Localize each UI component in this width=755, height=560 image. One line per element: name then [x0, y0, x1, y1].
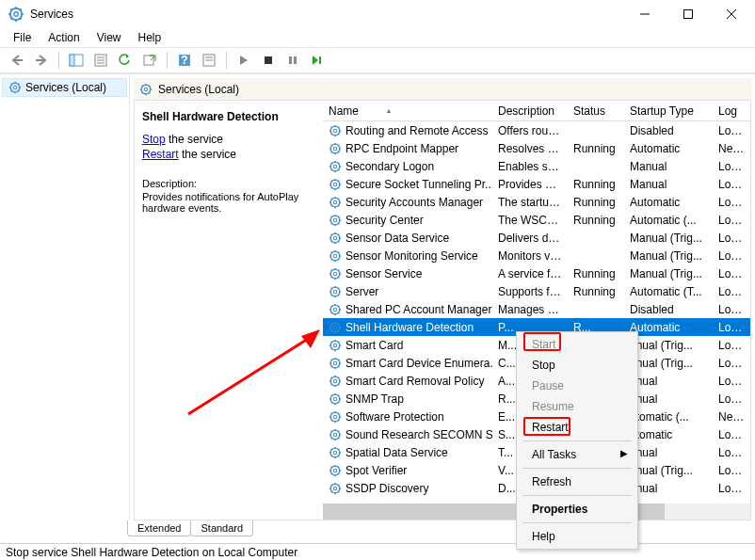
grid-header: Name▴ Description Status Startup Type Lo… — [323, 101, 750, 121]
stop-service-button[interactable] — [257, 50, 280, 71]
service-desc: The WSCSV... — [492, 214, 568, 227]
menu-item-all-tasks[interactable]: All Tasks▶ — [519, 444, 635, 465]
menu-separator — [522, 468, 632, 469]
gear-icon — [329, 464, 342, 477]
gear-icon — [329, 124, 342, 137]
menu-item-restart[interactable]: Restart — [519, 417, 635, 438]
service-startup: Manual — [624, 178, 713, 191]
service-desc: Enables star... — [492, 160, 568, 173]
service-desc: Offers routi... — [492, 124, 568, 137]
service-row[interactable]: Secondary LogonEnables star...ManualLoc.… — [323, 157, 750, 175]
close-button[interactable] — [710, 0, 753, 28]
gear-icon — [329, 232, 342, 245]
col-logon[interactable]: Log — [713, 101, 750, 120]
minimize-button[interactable] — [623, 0, 667, 28]
menu-item-properties[interactable]: Properties — [519, 499, 635, 520]
menu-item-refresh[interactable]: Refresh — [519, 472, 635, 492]
service-startup: Automatic (... — [624, 214, 713, 227]
restart-service-button[interactable] — [306, 50, 329, 71]
back-button[interactable] — [6, 50, 28, 71]
service-desc: Monitors va... — [492, 249, 568, 263]
tab-standard[interactable]: Standard — [190, 520, 253, 536]
service-status: Running — [568, 142, 624, 155]
col-description[interactable]: Description — [492, 101, 568, 120]
service-row[interactable]: Sensor Data ServiceDelivers dat...Manual… — [323, 229, 750, 247]
window-title: Services — [30, 8, 623, 21]
start-service-button[interactable] — [233, 50, 255, 71]
service-startup: Manual — [624, 160, 713, 173]
service-row[interactable]: Sensor Monitoring ServiceMonitors va...M… — [323, 247, 750, 264]
menu-help[interactable]: Help — [131, 29, 169, 46]
service-desc: Manages pr... — [492, 303, 568, 316]
service-name: Sensor Service — [345, 267, 422, 280]
menu-item-help[interactable]: Help — [519, 526, 635, 547]
service-status: Running — [568, 214, 624, 227]
gear-icon — [329, 196, 342, 209]
service-logon: Loc... — [713, 321, 750, 334]
service-logon: Loc... — [713, 267, 750, 280]
service-row[interactable]: Shared PC Account ManagerManages pr...Di… — [323, 300, 750, 318]
maximize-button[interactable] — [667, 0, 710, 28]
service-name: Smart Card — [345, 339, 403, 352]
menu-item-resume: Resume — [519, 396, 635, 417]
tree-label: Services (Local) — [25, 81, 106, 94]
gear-icon — [329, 160, 342, 173]
service-row[interactable]: Sensor ServiceA service fo...RunningManu… — [323, 264, 750, 282]
help-button[interactable]: ? — [173, 50, 196, 71]
service-row[interactable]: Secure Socket Tunneling Pr...Provides su… — [323, 175, 750, 193]
restart-link[interactable]: Restart — [142, 148, 179, 161]
service-desc: The startup ... — [492, 196, 568, 209]
menu-file[interactable]: File — [6, 29, 39, 46]
gear-icon — [329, 410, 342, 424]
service-row[interactable]: Security Accounts ManagerThe startup ...… — [323, 193, 750, 211]
col-startup[interactable]: Startup Type — [624, 101, 713, 120]
svg-rect-22 — [144, 56, 153, 65]
service-name: Security Accounts Manager — [345, 196, 483, 209]
main-area: Services (Local) Services (Local) Shell … — [0, 73, 755, 520]
service-row[interactable]: ServerSupports fil...RunningAutomatic (T… — [323, 282, 750, 300]
service-name: Spatial Data Service — [345, 446, 448, 459]
statusbar: Stop service Shell Hardware Detection on… — [0, 543, 755, 560]
service-startup: Disabled — [624, 303, 713, 316]
menu-action[interactable]: Action — [40, 29, 87, 46]
col-status[interactable]: Status — [568, 101, 624, 120]
service-name: Smart Card Device Enumera... — [345, 357, 492, 370]
service-logon: Loc... — [713, 428, 750, 441]
pause-service-button[interactable] — [281, 50, 304, 71]
col-name[interactable]: Name▴ — [323, 101, 492, 120]
service-name: Routing and Remote Access — [345, 124, 488, 137]
service-row[interactable]: Routing and Remote AccessOffers routi...… — [323, 121, 750, 139]
service-logon: Loc... — [713, 464, 750, 477]
gear-icon — [329, 339, 342, 352]
stop-link[interactable]: Stop — [142, 133, 166, 146]
tab-extended[interactable]: Extended — [127, 520, 191, 536]
service-logon: Loc... — [713, 214, 750, 227]
gear-icon — [8, 81, 22, 94]
service-logon: Loc... — [713, 160, 750, 173]
gear-icon — [329, 303, 342, 316]
svg-rect-31 — [319, 56, 321, 64]
svg-rect-30 — [294, 56, 297, 64]
menu-view[interactable]: View — [89, 29, 129, 46]
service-logon: Loc... — [713, 339, 750, 352]
sort-indicator-icon: ▴ — [387, 106, 391, 115]
gear-icon — [329, 214, 342, 227]
menubar: File Action View Help — [0, 28, 755, 47]
menu-item-pause: Pause — [519, 376, 635, 396]
show-hide-tree-button[interactable] — [65, 50, 88, 71]
service-name: Shell Hardware Detection — [345, 321, 474, 334]
service-logon: Loc... — [713, 249, 750, 263]
service-name: Sound Research SECOMN S... — [345, 428, 492, 441]
service-row[interactable]: Security CenterThe WSCSV...RunningAutoma… — [323, 211, 750, 229]
menu-item-stop[interactable]: Stop — [519, 355, 635, 376]
tree-services-local[interactable]: Services (Local) — [2, 78, 127, 97]
refresh-button[interactable] — [114, 50, 137, 71]
service-row[interactable]: RPC Endpoint MapperResolves RP...Running… — [323, 139, 750, 157]
service-name: Security Center — [345, 214, 424, 227]
service-logon: Net... — [713, 142, 750, 155]
forward-button[interactable] — [30, 50, 53, 71]
export-button[interactable] — [138, 50, 161, 71]
properties-button[interactable] — [89, 50, 112, 71]
titlebar: Services — [0, 0, 755, 28]
help2-button[interactable] — [198, 50, 220, 71]
